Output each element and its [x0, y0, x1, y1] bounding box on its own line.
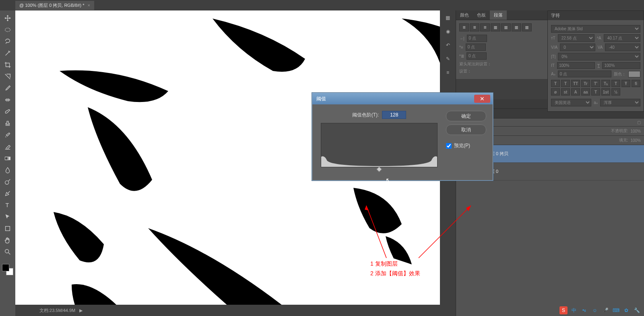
eraser-tool[interactable]: [2, 141, 13, 152]
space-before-input[interactable]: [466, 52, 487, 60]
svg-rect-5: [6, 226, 10, 231]
ime-mic-icon[interactable]: 🎤: [601, 306, 609, 314]
type-style-button[interactable]: T: [561, 80, 570, 87]
brush-panel-icon[interactable]: ✎: [443, 55, 453, 63]
ok-button[interactable]: 确定: [446, 111, 486, 121]
color-swatches[interactable]: [2, 264, 13, 275]
kerning-select[interactable]: 0: [560, 44, 595, 51]
type-style-button[interactable]: aa: [581, 88, 590, 96]
ime-tool-icon[interactable]: 🔧: [633, 306, 641, 314]
hscale-input[interactable]: [557, 62, 595, 69]
color-tab[interactable]: 颜色: [456, 10, 473, 20]
hand-tool[interactable]: [2, 235, 13, 245]
threshold-slider[interactable]: [321, 167, 438, 174]
align-left-icon[interactable]: ≡: [459, 23, 469, 31]
wand-tool[interactable]: [2, 48, 13, 58]
move-tool[interactable]: [2, 13, 13, 23]
type-style-button[interactable]: T': [591, 80, 600, 87]
justify-last-right-icon[interactable]: ≣: [512, 23, 521, 31]
align-center-icon[interactable]: ≡: [470, 23, 479, 31]
cursor-icon: ↖: [386, 177, 391, 184]
tools-panel: T: [0, 10, 15, 275]
stamp-tool[interactable]: [2, 118, 13, 128]
marquee-tool[interactable]: [2, 25, 13, 35]
dodge-tool[interactable]: [2, 177, 13, 187]
type-style-button[interactable]: T₁: [601, 80, 610, 87]
ime-keyboard-icon[interactable]: ⌨: [612, 306, 620, 314]
slice-tool[interactable]: [2, 71, 13, 81]
type-style-button[interactable]: Ŧ: [621, 80, 630, 87]
ime-settings-icon[interactable]: ✿: [622, 306, 630, 314]
type-tool[interactable]: T: [2, 200, 13, 210]
cancel-button[interactable]: 取消: [446, 125, 486, 135]
type-style-button[interactable]: ø: [551, 88, 560, 96]
lasso-tool[interactable]: [2, 36, 13, 46]
type-style-button[interactable]: ½: [611, 88, 620, 96]
crop-tool[interactable]: [2, 60, 13, 70]
hscale2-input[interactable]: [602, 62, 640, 69]
type-style-button[interactable]: T: [591, 88, 600, 96]
font-size-select[interactable]: 22.58 点: [558, 34, 594, 42]
justify-last-center-icon[interactable]: ≣: [501, 23, 511, 31]
eyedropper-tool[interactable]: [2, 83, 13, 93]
leading-select[interactable]: 40.17 点: [604, 34, 640, 42]
preview-check-input[interactable]: [446, 143, 452, 149]
font-family-select[interactable]: Adobe 黑体 Std: [551, 25, 640, 33]
threshold-dialog: 阈值 ✕ 阈值色阶(T): 确定 取消 预览(P): [312, 93, 493, 181]
histogram-icon[interactable]: ▦: [443, 14, 453, 22]
ime-punct-icon[interactable]: •ء: [580, 306, 588, 314]
character-tab[interactable]: 字符: [548, 11, 644, 20]
fill-value[interactable]: 100%: [630, 138, 641, 143]
justify-all-icon[interactable]: ≣: [522, 23, 532, 31]
status-arrow-icon[interactable]: ▶: [79, 308, 83, 313]
tracking-select[interactable]: -40: [605, 44, 640, 51]
paragraph-tab[interactable]: 段落: [490, 10, 507, 20]
threshold-input[interactable]: [382, 111, 406, 119]
navigator-icon[interactable]: ◉: [443, 27, 453, 35]
gradient-tool[interactable]: [2, 153, 13, 163]
type-style-button[interactable]: Tr: [581, 80, 590, 87]
slider-handle-icon[interactable]: [376, 166, 382, 172]
path-select-tool[interactable]: [2, 212, 13, 222]
text-color-swatch[interactable]: [628, 71, 640, 77]
indent-left-input[interactable]: [467, 35, 487, 42]
baseline-input[interactable]: [558, 71, 611, 77]
brush-tool[interactable]: [2, 106, 13, 116]
blur-tool[interactable]: [2, 165, 13, 175]
history-brush-tool[interactable]: [2, 130, 13, 140]
type-style-button[interactable]: T: [611, 80, 620, 87]
ime-lang[interactable]: 中: [570, 306, 578, 314]
properties-icon[interactable]: ≡: [443, 69, 453, 77]
type-style-button[interactable]: A: [571, 88, 580, 96]
vscale-select[interactable]: 0%: [558, 53, 640, 60]
foreground-color-swatch[interactable]: [2, 264, 9, 271]
language-select[interactable]: 美国英语: [551, 99, 591, 106]
ime-emoji-icon[interactable]: ☺: [591, 306, 599, 314]
preview-checkbox[interactable]: 预览(P): [446, 142, 486, 149]
zoom-tool[interactable]: [2, 247, 13, 257]
document-tab[interactable]: @ 100% (图层 0 拷贝, RGB/8#) * ×: [15, 1, 94, 10]
close-icon[interactable]: ✕: [474, 95, 490, 103]
swatches-tab[interactable]: 色板: [473, 10, 490, 20]
tab-close-icon[interactable]: ×: [88, 3, 90, 8]
opacity-value[interactable]: 100%: [630, 129, 641, 133]
dialog-titlebar[interactable]: 阈值 ✕: [312, 93, 493, 104]
kerning-icon: V/A: [551, 45, 557, 50]
pen-tool[interactable]: [2, 188, 13, 198]
filter-toggle-icon[interactable]: ▢: [637, 120, 641, 125]
shape-tool[interactable]: [2, 223, 13, 233]
align-right-icon[interactable]: ≡: [480, 23, 490, 31]
type-style-button[interactable]: fi: [632, 80, 640, 87]
type-style-button[interactable]: st: [561, 88, 570, 96]
justify-last-left-icon[interactable]: ≣: [491, 23, 500, 31]
threshold-label: 阈值色阶(T):: [352, 112, 379, 118]
type-style-button[interactable]: 1st: [601, 88, 610, 96]
ime-icon[interactable]: S: [559, 306, 568, 314]
indent-first-input[interactable]: [466, 44, 486, 51]
healing-tool[interactable]: [2, 95, 13, 105]
type-style-button[interactable]: TT: [571, 80, 580, 87]
antialiasing-select[interactable]: 浑厚: [600, 99, 640, 106]
type-style-button[interactable]: T: [551, 80, 560, 87]
tab-title: @ 100% (图层 0 拷贝, RGB/8#) *: [19, 2, 85, 8]
history-icon[interactable]: ↶: [443, 41, 453, 49]
